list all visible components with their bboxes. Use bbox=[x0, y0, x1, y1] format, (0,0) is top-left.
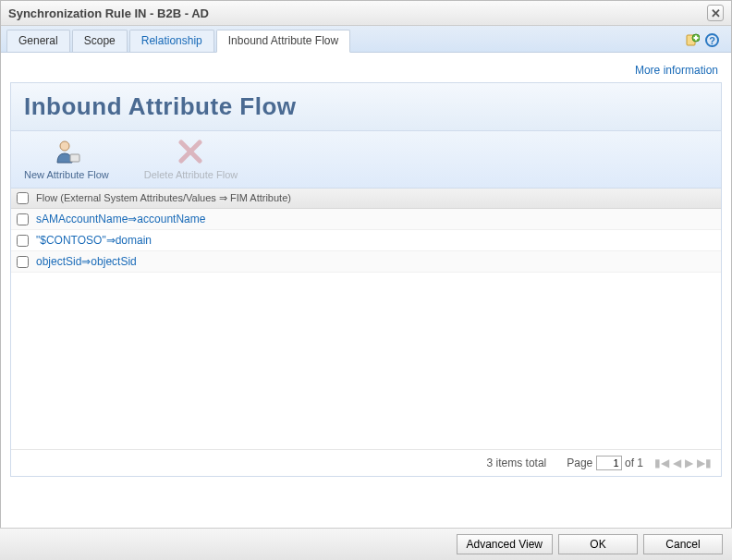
panel-header: Inbound Attribute Flow bbox=[10, 82, 722, 131]
svg-point-4 bbox=[60, 141, 69, 151]
row-checkbox[interactable] bbox=[17, 256, 29, 268]
advanced-view-button[interactable]: Advanced View bbox=[457, 534, 554, 554]
page-prefix: Page bbox=[567, 457, 592, 469]
list-header: Flow (External System Attributes/Values … bbox=[11, 189, 721, 209]
close-icon: ✕ bbox=[711, 6, 721, 20]
list-body: sAMAccountName⇒accountName "$CONTOSO"⇒do… bbox=[11, 209, 721, 449]
title-bar: Synchronization Rule IN - B2B - AD ✕ bbox=[1, 1, 731, 26]
close-button[interactable]: ✕ bbox=[707, 5, 724, 21]
list-row: "$CONTOSO"⇒domain bbox=[11, 230, 721, 251]
more-info-row: More information bbox=[10, 60, 722, 82]
delete-attribute-flow-label: Delete Attribute Flow bbox=[144, 169, 238, 180]
tab-label: Scope bbox=[84, 34, 116, 47]
new-attribute-flow-button[interactable]: New Attribute Flow bbox=[20, 137, 113, 182]
more-information-link[interactable]: More information bbox=[635, 64, 718, 77]
tab-inbound-attribute-flow[interactable]: Inbound Attribute Flow bbox=[216, 30, 350, 53]
tab-label: General bbox=[18, 34, 58, 47]
tab-scope[interactable]: Scope bbox=[72, 30, 128, 52]
window-title: Synchronization Rule IN - B2B - AD bbox=[8, 6, 209, 20]
panel-toolbar: New Attribute Flow Delete Attribute Flow bbox=[10, 131, 722, 189]
flow-list: Flow (External System Attributes/Values … bbox=[10, 189, 722, 477]
svg-rect-5 bbox=[70, 154, 79, 162]
row-checkbox[interactable] bbox=[17, 235, 29, 247]
pager-nav: ▮◀ ◀ ▶ ▶▮ bbox=[654, 457, 712, 469]
last-page-icon[interactable]: ▶▮ bbox=[697, 457, 712, 469]
help-icon[interactable]: ? bbox=[705, 33, 720, 48]
new-attribute-flow-label: New Attribute Flow bbox=[24, 169, 109, 180]
delete-attribute-flow-button: Delete Attribute Flow bbox=[140, 137, 242, 182]
column-header: Flow (External System Attributes/Values … bbox=[36, 192, 291, 204]
tab-label: Relationship bbox=[141, 34, 202, 47]
add-tab-icon[interactable] bbox=[685, 33, 700, 48]
next-page-icon[interactable]: ▶ bbox=[685, 457, 693, 469]
tab-label: Inbound Attribute Flow bbox=[228, 34, 338, 47]
list-row: sAMAccountName⇒accountName bbox=[11, 209, 721, 230]
prev-page-icon[interactable]: ◀ bbox=[673, 457, 681, 469]
tab-relationship[interactable]: Relationship bbox=[129, 30, 214, 52]
pager: 3 items total Page of 1 ▮◀ ◀ ▶ ▶▮ bbox=[11, 449, 721, 476]
dialog-footer: Advanced View OK Cancel bbox=[0, 528, 732, 560]
page-label: Page of 1 bbox=[567, 456, 643, 470]
flow-link[interactable]: "$CONTOSO"⇒domain bbox=[36, 234, 152, 247]
page-suffix: of 1 bbox=[625, 457, 643, 469]
content-area: More information Inbound Attribute Flow … bbox=[1, 53, 731, 477]
tab-strip: General Scope Relationship Inbound Attri… bbox=[1, 26, 731, 53]
page-input[interactable] bbox=[596, 456, 622, 470]
page-title: Inbound Attribute Flow bbox=[24, 92, 708, 121]
cancel-button[interactable]: Cancel bbox=[643, 534, 723, 554]
ok-button[interactable]: OK bbox=[558, 534, 638, 554]
items-total: 3 items total bbox=[487, 457, 547, 469]
user-add-icon bbox=[52, 139, 81, 164]
flow-link[interactable]: objectSid⇒objectSid bbox=[36, 255, 137, 268]
list-row: objectSid⇒objectSid bbox=[11, 251, 721, 273]
first-page-icon[interactable]: ▮◀ bbox=[654, 457, 669, 469]
delete-x-icon bbox=[176, 139, 205, 164]
row-checkbox[interactable] bbox=[17, 213, 29, 225]
select-all-checkbox[interactable] bbox=[17, 192, 29, 204]
svg-rect-3 bbox=[694, 37, 699, 39]
flow-link[interactable]: sAMAccountName⇒accountName bbox=[36, 213, 205, 225]
tab-general[interactable]: General bbox=[6, 30, 70, 52]
